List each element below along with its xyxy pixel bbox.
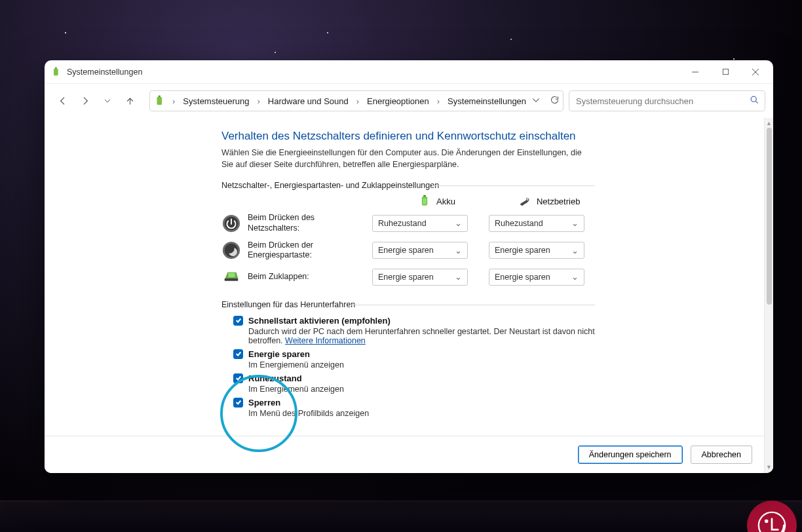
- option-fast-start: Schnellstart aktivieren (empfohlen) Dadu…: [233, 316, 595, 345]
- power-options-icon: [154, 95, 166, 107]
- option-lock: Sperren Im Menü des Profilbilds anzeigen: [233, 398, 595, 418]
- option-desc: Im Energiemenü anzeigen: [248, 385, 595, 394]
- battery-icon: [418, 194, 431, 209]
- chevron-right-icon: ›: [255, 96, 263, 106]
- select-power-button-ac[interactable]: Ruhezustand⌄: [489, 215, 584, 232]
- svg-point-7: [751, 96, 756, 102]
- svg-rect-2: [54, 68, 58, 75]
- breadcrumb-item[interactable]: Systemsteuerung: [181, 96, 250, 106]
- close-button[interactable]: [740, 61, 771, 83]
- row-sleep-button: Beim Drücken der Energiespartaste: Energ…: [221, 240, 595, 261]
- row-lid-close: Beim Zuklappen: Energie sparen⌄ Energie …: [221, 267, 595, 287]
- search-input[interactable]: [575, 96, 750, 107]
- more-info-link[interactable]: Weitere Informationen: [285, 336, 366, 345]
- svg-rect-18: [228, 273, 235, 277]
- breadcrumb-bar[interactable]: › Systemsteuerung › Hardware und Sound ›…: [149, 90, 563, 111]
- minimize-button[interactable]: [680, 61, 710, 83]
- sleep-button-icon: [221, 240, 241, 260]
- svg-rect-3: [55, 67, 57, 68]
- option-desc: Im Menü des Profilbilds anzeigen: [248, 409, 595, 418]
- svg-rect-9: [423, 195, 426, 197]
- svg-rect-5: [157, 97, 162, 105]
- cancel-button[interactable]: Abbrechen: [691, 446, 752, 464]
- chevron-down-icon: ⌄: [571, 218, 579, 228]
- option-sleep: Energie sparen Im Energiemenü anzeigen: [233, 349, 595, 370]
- column-header-battery: Akku: [418, 194, 455, 209]
- checkbox-lock[interactable]: [233, 398, 243, 408]
- option-title: Sperren: [248, 398, 280, 408]
- chevron-right-icon: ›: [170, 96, 178, 106]
- vertical-scrollbar[interactable]: ▲ ▼: [764, 118, 773, 473]
- maximize-button[interactable]: [710, 61, 740, 83]
- row-label: Beim Zuklappen:: [248, 272, 368, 282]
- search-icon[interactable]: [750, 95, 759, 107]
- chevron-down-icon: ⌄: [455, 246, 462, 256]
- option-title: Schnellstart aktivieren (empfohlen): [248, 316, 391, 326]
- scroll-up-icon[interactable]: ▲: [766, 121, 772, 126]
- settings-window: Systemeinstellungen › Systemsteuerung › …: [45, 60, 773, 473]
- column-header-ac: Netzbetrieb: [518, 194, 580, 209]
- select-lid-battery[interactable]: Energie sparen⌄: [372, 269, 468, 286]
- nav-recent-button[interactable]: [97, 90, 118, 111]
- titlebar: Systemeinstellungen: [45, 60, 773, 84]
- row-label: Beim Drücken der Energiespartaste:: [248, 240, 368, 261]
- chevron-down-icon: ⌄: [571, 246, 579, 256]
- section-legend-buttons: Netzschalter-, Energiespartasten- und Zu…: [221, 181, 595, 190]
- column-label: Akku: [436, 197, 455, 206]
- option-desc: Im Energiemenü anzeigen: [248, 360, 595, 370]
- nav-back-button[interactable]: [52, 90, 73, 111]
- power-plug-icon: [518, 194, 531, 209]
- svg-rect-11: [526, 198, 527, 200]
- window-title: Systemeinstellungen: [67, 67, 142, 77]
- option-title: Energie sparen: [248, 349, 310, 359]
- svg-rect-12: [528, 199, 529, 201]
- scrollbar-thumb[interactable]: [767, 128, 772, 305]
- option-desc: Dadurch wird der PC nach dem Herunterfah…: [248, 327, 595, 345]
- column-label: Netzbetrieb: [537, 197, 580, 206]
- chevron-right-icon: ›: [354, 96, 362, 106]
- select-sleep-button-battery[interactable]: Energie sparen⌄: [372, 242, 468, 259]
- page-description: Wählen Sie die Energieeinstellungen für …: [221, 147, 588, 170]
- option-title: Ruhezustand: [248, 373, 302, 383]
- checkbox-fast-start[interactable]: [233, 316, 243, 326]
- dialog-buttons: Änderungen speichern Abbrechen: [45, 436, 764, 473]
- refresh-icon[interactable]: [550, 95, 560, 107]
- power-options-icon: [51, 67, 62, 77]
- breadcrumb-item[interactable]: Hardware und Sound: [267, 96, 350, 106]
- option-hibernate: Ruhezustand Im Energiemenü anzeigen: [233, 373, 595, 394]
- taskbar[interactable]: [0, 501, 802, 532]
- content-area: Verhalten des Netzschalters definieren u…: [45, 118, 764, 473]
- svg-rect-17: [225, 278, 239, 281]
- laptop-lid-icon: [221, 267, 241, 287]
- chevron-down-icon: ⌄: [571, 272, 579, 282]
- chevron-down-icon[interactable]: [531, 96, 541, 107]
- checkbox-hibernate[interactable]: [233, 373, 243, 383]
- select-lid-ac[interactable]: Energie sparen⌄: [489, 269, 584, 286]
- breadcrumb-item[interactable]: Systemeinstellungen: [446, 96, 527, 106]
- search-bar[interactable]: [569, 90, 765, 111]
- toolbar: › Systemsteuerung › Hardware und Sound ›…: [45, 84, 773, 118]
- power-button-icon: [221, 214, 241, 233]
- row-label: Beim Drücken des Netzschalters:: [248, 213, 368, 233]
- svg-point-1: [765, 520, 769, 523]
- svg-rect-6: [159, 96, 161, 97]
- svg-rect-10: [423, 199, 427, 204]
- chevron-right-icon: ›: [434, 96, 442, 106]
- save-button[interactable]: Änderungen speichern: [578, 446, 683, 464]
- chevron-down-icon: ⌄: [455, 272, 462, 282]
- scroll-down-icon[interactable]: ▼: [766, 465, 772, 470]
- chevron-down-icon: ⌄: [455, 218, 462, 228]
- checkbox-sleep[interactable]: [233, 349, 243, 359]
- row-power-button: Beim Drücken des Netzschalters: Ruhezust…: [221, 213, 595, 233]
- breadcrumb-item[interactable]: Energieoptionen: [366, 96, 430, 106]
- svg-rect-4: [723, 69, 728, 74]
- select-sleep-button-ac[interactable]: Energie sparen⌄: [489, 242, 584, 259]
- page-title: Verhalten des Netzschalters definieren u…: [221, 130, 595, 143]
- nav-forward-button[interactable]: [75, 90, 96, 111]
- nav-up-button[interactable]: [119, 90, 140, 111]
- section-legend-shutdown: Einstellungen für das Herunterfahren: [221, 300, 595, 309]
- select-power-button-battery[interactable]: Ruhezustand⌄: [372, 215, 468, 232]
